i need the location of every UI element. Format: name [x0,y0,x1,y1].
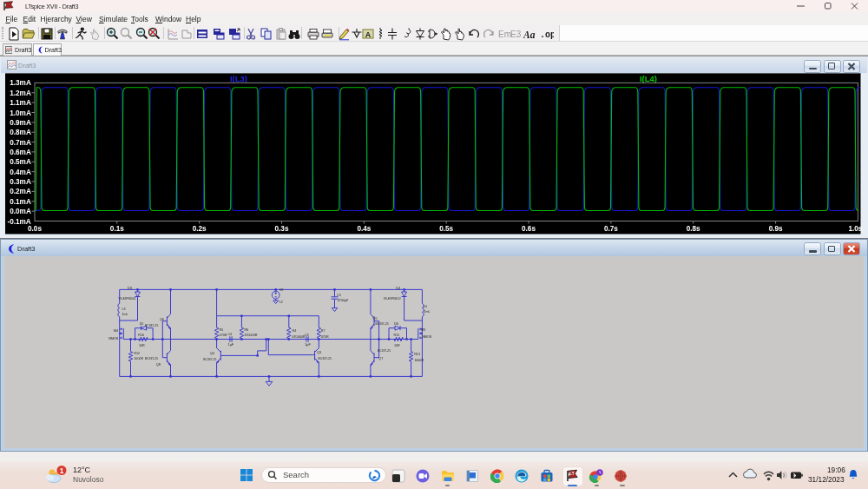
svg-text:0.3s: 0.3s [275,225,289,233]
svg-text:1: 1 [60,466,64,475]
svg-text:1.2mA: 1.2mA [10,89,31,97]
svg-text:.op: .op [540,30,554,39]
svg-text:0.6s: 0.6s [522,225,536,233]
svg-text:0.9s: 0.9s [769,225,783,233]
svg-text:0.7s: 0.7s [604,225,618,233]
svg-text:0.0mA: 0.0mA [10,208,31,215]
svg-text:0.0s: 0.0s [28,225,42,233]
svg-text:1.3mA: 1.3mA [10,79,31,87]
svg-text:I(L3): I(L3) [230,74,247,83]
svg-text:0.8s: 0.8s [687,225,700,233]
svg-text:0.7mA: 0.7mA [10,139,31,147]
svg-text:0.1s: 0.1s [110,225,124,233]
svg-text:0.8mA: 0.8mA [10,129,31,136]
svg-text:0.5mA: 0.5mA [10,158,31,166]
svg-text:0.3mA: 0.3mA [10,178,31,186]
svg-text:1.1mA: 1.1mA [10,99,31,107]
svg-text:Aa: Aa [523,29,536,39]
svg-text:LT: LT [569,472,574,476]
svg-text:1.0s: 1.0s [848,225,862,233]
svg-text:0.5s: 0.5s [439,225,453,233]
svg-text:E3: E3 [510,30,522,39]
svg-text:0.2mA: 0.2mA [10,188,31,195]
svg-text:1.0mA: 1.0mA [10,109,31,117]
svg-text:A: A [365,30,372,38]
svg-text:0.4s: 0.4s [357,225,371,233]
svg-text:0.1mA: 0.1mA [10,198,31,206]
svg-text:0.2s: 0.2s [193,225,207,233]
svg-text:0.4mA: 0.4mA [10,169,31,176]
svg-text:0.6mA: 0.6mA [10,149,31,156]
svg-text:0.9mA: 0.9mA [10,119,31,127]
svg-text:I(L4): I(L4) [640,74,657,83]
